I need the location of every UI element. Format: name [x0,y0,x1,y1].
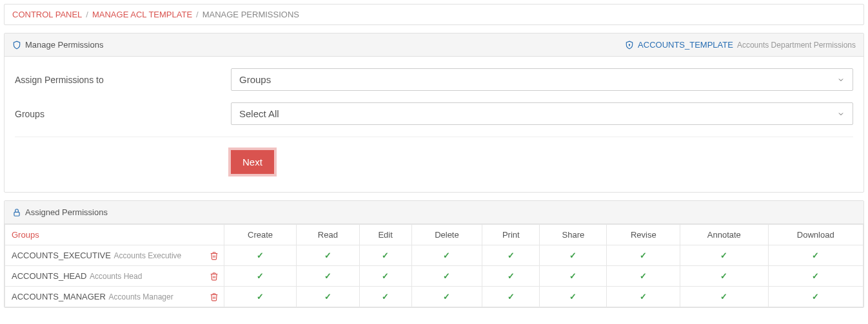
breadcrumb-separator: / [196,10,199,19]
check-icon: ✓ [720,251,727,260]
table-row: ACCOUNTS_MANAGER Accounts Manager✓✓✓✓✓✓✓… [5,287,863,307]
breadcrumb-link[interactable]: CONTROL PANEL [12,10,82,19]
group-code: ACCOUNTS_HEAD [12,271,86,281]
trash-icon[interactable] [210,292,219,301]
trash-icon[interactable] [210,251,219,260]
table-column-header: Download [768,225,863,245]
groups-row: Groups Select All [15,102,853,125]
check-icon: ✓ [720,271,727,281]
table-column-header: Read [297,225,359,245]
permission-cell: ✓ [297,287,359,307]
groups-value: Select All [239,108,279,119]
template-code: ACCOUNTS_TEMPLATE [638,40,733,50]
assigned-permissions-header: Assigned Permissions [5,201,863,224]
permission-cell: ✓ [482,245,540,266]
trash-icon[interactable] [210,272,219,281]
groups-label: Groups [15,109,231,119]
check-icon: ✓ [324,271,331,281]
check-icon: ✓ [812,271,819,281]
table-column-header: Delete [411,225,482,245]
svg-point-0 [629,44,629,44]
permission-cell: ✓ [224,266,297,287]
breadcrumb-separator: / [86,10,88,19]
check-icon: ✓ [443,292,450,301]
chevron-down-icon [837,110,845,118]
group-cell: ACCOUNTS_HEAD Accounts Head [5,266,224,287]
table-header-row: GroupsCreateReadEditDeletePrintShareRevi… [5,225,863,245]
divider [15,137,853,137]
check-icon: ✓ [640,251,647,260]
permission-cell: ✓ [359,266,411,287]
table-column-header: Share [540,225,607,245]
permission-cell: ✓ [411,266,482,287]
check-icon: ✓ [508,292,515,301]
assign-permissions-row: Assign Permissions to Groups [15,68,853,91]
group-code: ACCOUNTS_EXECUTIVE [12,251,111,260]
manage-permissions-body: Assign Permissions to Groups Groups Sele… [5,57,863,192]
group-cell: ACCOUNTS_EXECUTIVE Accounts Executive [5,245,224,266]
panel-title: Manage Permissions [25,40,103,50]
table-column-header: Revise [607,225,680,245]
chevron-down-icon [837,76,845,84]
table-column-header: Create [224,225,297,245]
assign-permissions-select[interactable]: Groups [231,68,853,91]
assigned-permissions-panel: Assigned Permissions GroupsCreateReadEdi… [4,200,864,308]
table-column-header: Annotate [680,225,769,245]
permission-cell: ✓ [540,266,607,287]
table-row: ACCOUNTS_EXECUTIVE Accounts Executive✓✓✓… [5,245,863,266]
check-icon: ✓ [640,271,647,281]
check-icon: ✓ [812,251,819,260]
check-icon: ✓ [382,251,389,260]
check-icon: ✓ [382,271,389,281]
permission-cell: ✓ [297,245,359,266]
assign-permissions-value: Groups [239,74,271,85]
check-icon: ✓ [569,251,577,260]
group-cell: ACCOUNTS_MANAGER Accounts Manager [5,287,224,307]
permission-cell: ✓ [768,266,863,287]
permission-cell: ✓ [224,245,297,266]
permission-cell: ✓ [540,245,607,266]
permission-cell: ✓ [359,245,411,266]
table-row: ACCOUNTS_HEAD Accounts Head✓✓✓✓✓✓✓✓✓ [5,266,863,287]
template-description: Accounts Department Permissions [737,41,856,50]
permission-cell: ✓ [607,266,680,287]
check-icon: ✓ [720,292,727,301]
permission-cell: ✓ [680,287,769,307]
check-icon: ✓ [640,292,647,301]
check-icon: ✓ [324,292,331,301]
permission-cell: ✓ [680,245,769,266]
table-column-header: Print [482,225,540,245]
assign-permissions-label: Assign Permissions to [15,75,231,85]
breadcrumb: CONTROL PANEL/MANAGE ACL TEMPLATE/MANAGE… [5,5,863,24]
permission-cell: ✓ [607,245,680,266]
permission-cell: ✓ [607,287,680,307]
groups-select[interactable]: Select All [231,102,853,125]
check-icon: ✓ [508,251,515,260]
breadcrumb-link[interactable]: MANAGE ACL TEMPLATE [92,10,192,19]
shield-icon [625,41,634,50]
lock-icon [12,208,21,217]
manage-permissions-header: Manage Permissions ACCOUNTS_TEMPLATE Acc… [5,33,863,57]
shield-icon [12,41,21,50]
permission-cell: ✓ [768,245,863,266]
group-description: Accounts Head [88,272,142,281]
permissions-table: GroupsCreateReadEditDeletePrintShareRevi… [5,224,863,307]
check-icon: ✓ [812,292,819,301]
check-icon: ✓ [324,251,331,260]
permission-cell: ✓ [297,266,359,287]
breadcrumb-panel: CONTROL PANEL/MANAGE ACL TEMPLATE/MANAGE… [4,4,864,25]
permission-cell: ✓ [411,287,482,307]
permission-cell: ✓ [482,266,540,287]
permission-cell: ✓ [680,266,769,287]
check-icon: ✓ [257,292,264,301]
permission-cell: ✓ [359,287,411,307]
manage-permissions-panel: Manage Permissions ACCOUNTS_TEMPLATE Acc… [4,33,864,193]
check-icon: ✓ [257,251,264,260]
check-icon: ✓ [508,271,515,281]
next-button[interactable]: Next [231,150,274,174]
table-column-header: Edit [359,225,411,245]
permission-cell: ✓ [540,287,607,307]
group-code: ACCOUNTS_MANAGER [12,292,106,301]
permission-cell: ✓ [482,287,540,307]
check-icon: ✓ [443,271,450,281]
